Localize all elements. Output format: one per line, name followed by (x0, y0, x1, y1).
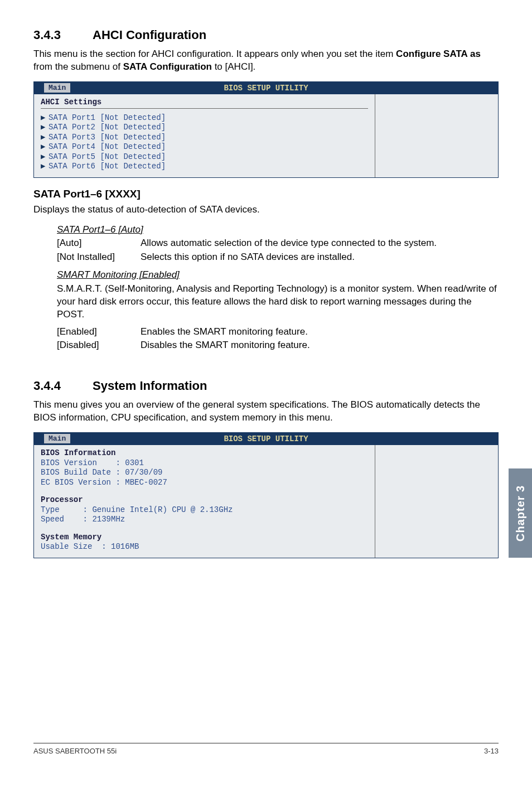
triangle-icon: ▶ (41, 142, 49, 152)
intro-343-b1: Configure SATA as (396, 49, 481, 59)
bios-header-2: Main BIOS SETUP UTILITY (34, 433, 498, 445)
opt-notinstalled-val: Selects this option if no SATA devices a… (141, 251, 499, 264)
opt-auto-val: Allows automatic selection of the device… (141, 237, 499, 250)
spacer (41, 525, 368, 533)
bios-tab-main-2: Main (44, 434, 70, 443)
bios-ahci-settings: AHCI Settings (41, 98, 368, 109)
sectitle-344: System Information (93, 379, 207, 393)
opt-notinstalled: [Not Installed] Selects this option if n… (57, 251, 499, 264)
opt-notinstalled-key: [Not Installed] (57, 251, 141, 264)
intro-343-b2: SATA Configuration (123, 61, 212, 72)
smart-desc: S.M.A.R.T. (Self-Monitoring, Analysis an… (57, 283, 499, 321)
opt-disabled-key: [Disabled] (57, 339, 141, 352)
sata-port-auto-heading: SATA Port1–6 [Auto] (57, 224, 499, 235)
bios-right-pad-2 (375, 445, 498, 558)
bios-info-heading: BIOS Information (41, 448, 115, 457)
secnum-344: 3.4.4 (33, 379, 93, 393)
processor-heading: Processor (41, 495, 83, 504)
heading-3-4-3: 3.4.3AHCI Configuration (33, 28, 499, 42)
bios-tab-main-1: Main (44, 83, 70, 93)
bios-setup-title-1: BIOS SETUP UTILITY (224, 84, 308, 93)
bios-box-sysinfo: Main BIOS SETUP UTILITY BIOS Information… (33, 432, 499, 558)
usable-size: Usable Size : 1016MB (41, 542, 368, 552)
processor-type: Type : Genuine Intel(R) CPU @ 2.13GHz (41, 505, 368, 515)
heading-sata-port: SATA Port1–6 [XXXX] (33, 188, 499, 200)
bios-sata4: ▶SATA Port4 [Not Detected] (41, 142, 368, 152)
smart-heading: SMART Monitoring [Enabled] (57, 269, 499, 281)
bios-sata1-text: SATA Port1 [Not Detected] (49, 113, 166, 122)
bios-right-pad-1 (375, 94, 498, 177)
intro-343: This menu is the section for AHCI config… (33, 48, 499, 74)
bios-sata2: ▶SATA Port2 [Not Detected] (41, 123, 368, 133)
intro-343-post: to [AHCI]. (212, 61, 255, 72)
bios-left-1: AHCI Settings ▶SATA Port1 [Not Detected]… (34, 94, 375, 177)
bios-build-date: BIOS Build Date : 07/30/09 (41, 468, 368, 478)
footer-left: ASUS SABERTOOTH 55i (33, 747, 117, 755)
heading-3-4-4: 3.4.4System Information (33, 379, 499, 393)
triangle-icon: ▶ (41, 152, 49, 162)
intro-343-pre: This menu is the section for AHCI config… (33, 49, 396, 59)
bios-sata4-text: SATA Port4 [Not Detected] (49, 142, 166, 151)
page-footer: ASUS SABERTOOTH 55i 3-13 (33, 743, 499, 755)
secnum-343: 3.4.3 (33, 28, 93, 42)
opt-auto: [Auto] Allows automatic selection of the… (57, 237, 499, 250)
sectitle-343: AHCI Configuration (93, 28, 206, 42)
opt-enabled-key: [Enabled] (57, 326, 141, 339)
triangle-icon: ▶ (41, 133, 49, 143)
intro-343-mid: from the submenu of (33, 61, 123, 72)
footer-right: 3-13 (484, 747, 499, 755)
system-memory-heading: System Memory (41, 533, 101, 542)
sata-desc: Displays the status of auto-detection of… (33, 204, 499, 216)
spacer (41, 487, 368, 495)
bios-sata3: ▶SATA Port3 [Not Detected] (41, 133, 368, 143)
bios-sata6-text: SATA Port6 [Not Detected] (49, 162, 166, 171)
chapter-side-tab: Chapter 3 (509, 468, 532, 558)
bios-header-1: Main BIOS SETUP UTILITY (34, 82, 498, 94)
triangle-icon: ▶ (41, 123, 49, 133)
bios-sata6: ▶SATA Port6 [Not Detected] (41, 162, 368, 172)
bios-left-2: BIOS Information BIOS Version : 0301 BIO… (34, 445, 375, 558)
opt-enabled-val: Enables the SMART monitoring feature. (141, 326, 499, 339)
processor-speed: Speed : 2139MHz (41, 515, 368, 525)
bios-sata3-text: SATA Port3 [Not Detected] (49, 133, 166, 142)
intro-344: This menu gives you an overview of the g… (33, 399, 499, 424)
opt-disabled: [Disabled] Disables the SMART monitoring… (57, 339, 499, 352)
opt-auto-key: [Auto] (57, 237, 141, 250)
bios-sata1: ▶SATA Port1 [Not Detected] (41, 113, 368, 123)
bios-version: BIOS Version : 0301 (41, 458, 368, 468)
bios-sata5: ▶SATA Port5 [Not Detected] (41, 152, 368, 162)
opt-enabled: [Enabled] Enables the SMART monitoring f… (57, 326, 499, 339)
opt-disabled-val: Disables the SMART monitoring feature. (141, 339, 499, 352)
bios-sata5-text: SATA Port5 [Not Detected] (49, 152, 166, 161)
triangle-icon: ▶ (41, 162, 49, 172)
bios-sata2-text: SATA Port2 [Not Detected] (49, 123, 166, 132)
ec-bios-version: EC BIOS Version : MBEC-0027 (41, 478, 368, 488)
bios-setup-title-2: BIOS SETUP UTILITY (224, 434, 308, 443)
triangle-icon: ▶ (41, 113, 49, 123)
bios-box-ahci: Main BIOS SETUP UTILITY AHCI Settings ▶S… (33, 81, 499, 178)
